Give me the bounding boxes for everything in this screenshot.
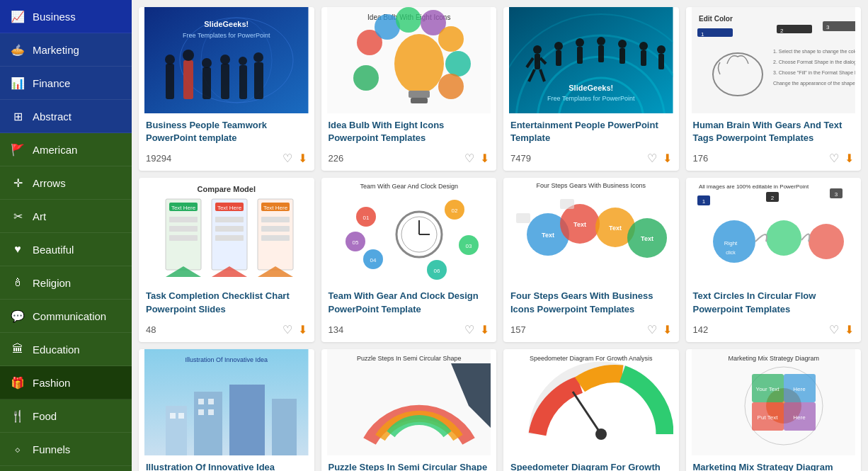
sidebar-item-marketing[interactable]: 🥧 Marketing bbox=[0, 33, 132, 67]
card-title-card7[interactable]: Four Steps Gears With Business Icons Pow… bbox=[510, 290, 672, 315]
card-title-card8[interactable]: Text Circles In Circular Flow Powerpoint… bbox=[693, 290, 855, 315]
svg-text:Four Steps Gears With Business: Four Steps Gears With Business Icons bbox=[536, 182, 646, 189]
card-image-card2[interactable]: Idea Bulb With Eight Icons bbox=[321, 7, 497, 113]
card-title-card9[interactable]: Illustration Of Innovative Idea bbox=[146, 461, 307, 471]
card-title-card6[interactable]: Team With Gear And Clock Design PowerPoi… bbox=[329, 290, 490, 315]
main-content: SlideGeeks! Free Templates for PowerPoin… bbox=[132, 0, 868, 471]
card-download-btn-card4[interactable]: ⬇ bbox=[845, 152, 854, 165]
card-image-card3[interactable]: SlideGeeks! Free Templates for PowerPoin… bbox=[503, 7, 679, 113]
sidebar-item-funnels[interactable]: ⬦ Funnels bbox=[0, 433, 132, 466]
card-actions-card5: ♡ ⬇ bbox=[282, 323, 307, 336]
card-count-card3: 7479 bbox=[510, 153, 531, 164]
card-download-btn-card5[interactable]: ⬇ bbox=[298, 323, 307, 336]
card-favorite-btn-card2[interactable]: ♡ bbox=[464, 152, 474, 165]
svg-point-51 bbox=[657, 45, 666, 54]
card-title-card12[interactable]: Marketing Mix Strategy Diagram bbox=[693, 461, 855, 471]
card-image-card6[interactable]: Team With Gear And Clock Design 01 02 03… bbox=[321, 178, 497, 284]
svg-text:SlideGeeks!: SlideGeeks! bbox=[569, 84, 613, 92]
card-favorite-btn-card7[interactable]: ♡ bbox=[647, 323, 657, 336]
card-favorite-btn-card4[interactable]: ♡ bbox=[829, 152, 839, 165]
card-image-card7[interactable]: Four Steps Gears With Business Icons Tex… bbox=[503, 178, 679, 284]
card-download-btn-card6[interactable]: ⬇ bbox=[480, 323, 489, 336]
card-image-card1[interactable]: SlideGeeks! Free Templates for PowerPoin… bbox=[139, 7, 314, 113]
svg-point-152 bbox=[595, 429, 607, 440]
card-image-card4[interactable]: Edit Color 1 2 3 1. Select the shape to … bbox=[686, 7, 862, 113]
svg-text:1: 1 bbox=[701, 31, 704, 38]
card-body-card9: Illustration Of Innovative Idea bbox=[139, 455, 314, 471]
sidebar-item-food[interactable]: 🍴 Food bbox=[0, 399, 132, 433]
svg-rect-138 bbox=[229, 385, 265, 455]
card-image-card9[interactable]: Illustration Of Innovative Idea bbox=[139, 349, 314, 455]
card-download-btn-card1[interactable]: ⬇ bbox=[298, 152, 307, 165]
card-favorite-btn-card3[interactable]: ♡ bbox=[647, 152, 657, 165]
card-actions-card6: ♡ ⬇ bbox=[464, 323, 489, 336]
svg-rect-46 bbox=[598, 45, 604, 62]
sidebar-item-education[interactable]: 🏛 Education bbox=[0, 333, 132, 366]
sidebar-item-beautiful[interactable]: ♥ Beautiful bbox=[0, 233, 132, 266]
svg-point-28 bbox=[438, 74, 464, 99]
svg-text:Here: Here bbox=[793, 386, 806, 392]
card-favorite-btn-card5[interactable]: ♡ bbox=[282, 323, 292, 336]
card-image-card8[interactable]: All images are 100% editable in PowerPoi… bbox=[686, 178, 862, 284]
card-title-card1[interactable]: Business People Teamwork PowerPoint temp… bbox=[146, 119, 307, 144]
card-title-card11[interactable]: Speedometer Diagram For Growth Analysis bbox=[510, 461, 672, 471]
card-title-card2[interactable]: Idea Bulb With Eight Icons Powerpoint Te… bbox=[329, 119, 490, 144]
svg-point-35 bbox=[533, 45, 542, 54]
card-image-card10[interactable]: Puzzle Steps In Semi Circular Shape bbox=[321, 349, 497, 455]
card-footer-card5: 48 ♡ ⬇ bbox=[139, 320, 314, 342]
svg-point-4 bbox=[165, 55, 175, 64]
svg-text:Text Here: Text Here bbox=[263, 205, 288, 211]
svg-rect-3 bbox=[166, 64, 174, 99]
card-title-card10[interactable]: Puzzle Steps In Semi Circular Shape bbox=[329, 461, 490, 471]
card-download-btn-card2[interactable]: ⬇ bbox=[480, 152, 489, 165]
svg-text:06: 06 bbox=[433, 268, 440, 274]
card-title-card3[interactable]: Entertainment People PowerPoint Template bbox=[510, 119, 672, 144]
card-download-btn-card8[interactable]: ⬇ bbox=[845, 323, 854, 336]
sidebar-item-finance[interactable]: 📊 Finance bbox=[0, 67, 132, 100]
card-actions-card3: ♡ ⬇ bbox=[647, 152, 672, 165]
card-count-card5: 48 bbox=[146, 324, 156, 335]
card-count-card1: 19294 bbox=[146, 153, 171, 164]
sidebar-item-arrows[interactable]: ✛ Arrows bbox=[0, 166, 132, 200]
sidebar-item-business[interactable]: 📈 Business bbox=[0, 0, 132, 33]
card-download-btn-card7[interactable]: ⬇ bbox=[663, 323, 672, 336]
card-card3: SlideGeeks! Free Templates for PowerPoin… bbox=[503, 7, 679, 171]
card-body-card2: Idea Bulb With Eight Icons Powerpoint Te… bbox=[321, 113, 497, 149]
card-favorite-btn-card8[interactable]: ♡ bbox=[829, 323, 839, 336]
svg-rect-141 bbox=[178, 413, 184, 419]
svg-text:Puzzle Steps In Semi Circular : Puzzle Steps In Semi Circular Shape bbox=[356, 355, 461, 362]
svg-rect-87 bbox=[261, 235, 290, 241]
sidebar-item-communication[interactable]: 💬 Communication bbox=[0, 300, 132, 333]
sidebar-item-leadership[interactable]: 🚶 Leadership bbox=[0, 466, 132, 471]
finance-icon: 📊 bbox=[8, 74, 27, 92]
card-title-card5[interactable]: Task Completion Checklist Chart Powerpoi… bbox=[146, 290, 307, 315]
svg-text:2. Choose Format Shape in the : 2. Choose Format Shape in the dialog box… bbox=[773, 59, 856, 65]
card-image-card12[interactable]: Marketing Mix Strategy Diagram Your Text… bbox=[686, 349, 862, 455]
sidebar-item-abstract[interactable]: ⊞ Abstract bbox=[0, 100, 132, 133]
card-card2: Idea Bulb With Eight Icons Idea Bulb Wit… bbox=[321, 7, 497, 171]
card-image-card11[interactable]: Speedometer Diagram For Growth Analysis bbox=[503, 349, 679, 455]
card-favorite-btn-card6[interactable]: ♡ bbox=[464, 323, 474, 336]
svg-text:Put Text: Put Text bbox=[757, 414, 778, 421]
card-card4: Edit Color 1 2 3 1. Select the shape to … bbox=[686, 7, 862, 171]
svg-text:Marketing Mix Strategy Diagram: Marketing Mix Strategy Diagram bbox=[728, 355, 819, 362]
sidebar-item-fashion[interactable]: 🎁 Fashion bbox=[0, 366, 132, 399]
card-card5: Compare Model Text Here Text Here Text H… bbox=[139, 178, 314, 341]
card-title-card4[interactable]: Human Brain With Gears And Text Tags Pow… bbox=[693, 119, 855, 144]
card-favorite-btn-card1[interactable]: ♡ bbox=[282, 152, 292, 165]
communication-icon: 💬 bbox=[8, 307, 27, 325]
svg-point-43 bbox=[576, 38, 584, 47]
sidebar-item-art[interactable]: ✂ Art bbox=[0, 200, 132, 233]
svg-text:Free Templates for PowerPoint: Free Templates for PowerPoint bbox=[183, 32, 270, 39]
card-footer-card6: 134 ♡ ⬇ bbox=[321, 320, 497, 342]
sidebar-item-religion[interactable]: 🕯 Religion bbox=[0, 266, 132, 300]
svg-rect-144 bbox=[198, 409, 204, 415]
card-download-btn-card3[interactable]: ⬇ bbox=[663, 152, 672, 165]
card-image-card5[interactable]: Compare Model Text Here Text Here Text H… bbox=[139, 178, 314, 284]
sidebar-label-education: Education bbox=[33, 344, 80, 356]
svg-text:Edit Color: Edit Color bbox=[699, 15, 733, 23]
sidebar-item-american[interactable]: 🚩 American bbox=[0, 133, 132, 166]
card-actions-card8: ♡ ⬇ bbox=[829, 323, 854, 336]
card-footer-card3: 7479 ♡ ⬇ bbox=[503, 149, 679, 171]
card-body-card5: Task Completion Checklist Chart Powerpoi… bbox=[139, 284, 314, 319]
